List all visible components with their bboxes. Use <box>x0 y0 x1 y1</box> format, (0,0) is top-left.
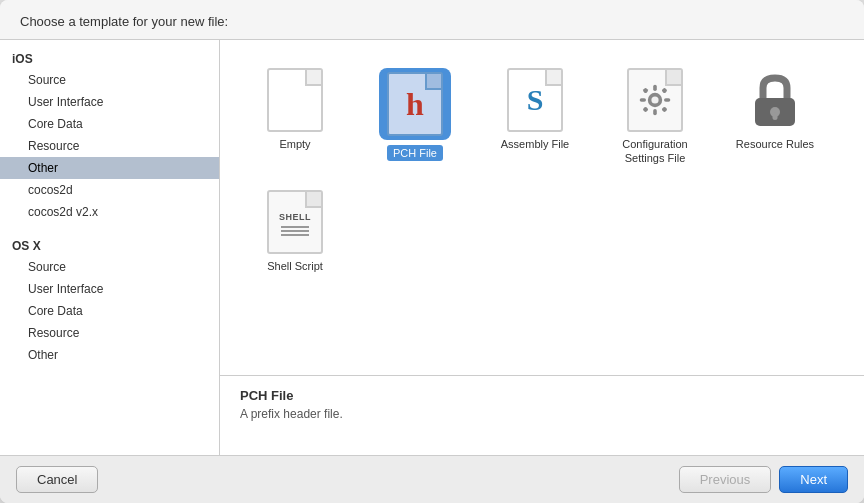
empty-icon <box>263 68 327 132</box>
file-grid: Empty h PCH File S Assembly <box>220 40 864 375</box>
pch-icon: h <box>383 72 447 136</box>
gear-svg <box>637 82 673 118</box>
padlock-svg <box>745 70 805 130</box>
template-config[interactable]: Configuration Settings File <box>600 60 710 172</box>
sidebar-section-ios: iOS <box>0 46 219 69</box>
template-shell-script-label: Shell Script <box>267 259 323 273</box>
sidebar-item-osx-core-data[interactable]: Core Data <box>0 300 219 322</box>
new-file-dialog: Choose a template for your new file: iOS… <box>0 0 864 503</box>
svg-rect-6 <box>642 87 648 93</box>
sidebar-item-osx-source[interactable]: Source <box>0 256 219 278</box>
svg-rect-3 <box>653 109 657 115</box>
svg-rect-7 <box>661 87 667 93</box>
template-config-label: Configuration Settings File <box>606 137 704 166</box>
sidebar-item-ios-cocos2d[interactable]: cocos2d <box>0 179 219 201</box>
dialog-body: iOS Source User Interface Core Data Reso… <box>0 39 864 455</box>
sidebar-item-osx-ui[interactable]: User Interface <box>0 278 219 300</box>
sidebar: iOS Source User Interface Core Data Reso… <box>0 40 220 455</box>
svg-point-1 <box>651 96 658 103</box>
sidebar-item-ios-core-data[interactable]: Core Data <box>0 113 219 135</box>
svg-rect-5 <box>664 98 670 102</box>
description-area: PCH File A prefix header file. <box>220 375 864 455</box>
pch-icon-wrapper: h <box>379 68 451 140</box>
sidebar-item-ios-ui[interactable]: User Interface <box>0 91 219 113</box>
svg-rect-2 <box>653 85 657 91</box>
template-assembly-label: Assembly File <box>501 137 569 151</box>
resource-rules-icon <box>743 68 807 132</box>
svg-rect-4 <box>640 98 646 102</box>
config-icon <box>623 68 687 132</box>
next-button[interactable]: Next <box>779 466 848 493</box>
dialog-footer: Cancel Previous Next <box>0 455 864 503</box>
nav-buttons: Previous Next <box>679 466 848 493</box>
sidebar-item-ios-cocos2d-v2[interactable]: cocos2d v2.x <box>0 201 219 223</box>
sidebar-section-osx: OS X <box>0 233 219 256</box>
description-text: A prefix header file. <box>240 407 844 421</box>
template-shell-script[interactable]: SHELL Shell Script <box>240 182 350 279</box>
shell-script-icon: SHELL <box>263 190 327 254</box>
sidebar-item-osx-other[interactable]: Other <box>0 344 219 366</box>
svg-rect-9 <box>661 106 667 112</box>
sidebar-item-ios-other[interactable]: Other <box>0 157 219 179</box>
template-resource-rules-label: Resource Rules <box>736 137 814 151</box>
template-pch[interactable]: h PCH File <box>360 60 470 172</box>
cancel-button[interactable]: Cancel <box>16 466 98 493</box>
dialog-title: Choose a template for your new file: <box>0 0 864 39</box>
description-title: PCH File <box>240 388 844 403</box>
sidebar-item-ios-source[interactable]: Source <box>0 69 219 91</box>
assembly-icon: S <box>503 68 567 132</box>
svg-rect-12 <box>773 112 778 120</box>
template-pch-label: PCH File <box>387 145 443 161</box>
template-empty[interactable]: Empty <box>240 60 350 172</box>
svg-rect-8 <box>642 106 648 112</box>
main-area: Empty h PCH File S Assembly <box>220 40 864 455</box>
sidebar-item-ios-resource[interactable]: Resource <box>0 135 219 157</box>
template-empty-label: Empty <box>279 137 310 151</box>
template-resource-rules[interactable]: Resource Rules <box>720 60 830 172</box>
sidebar-item-osx-resource[interactable]: Resource <box>0 322 219 344</box>
previous-button[interactable]: Previous <box>679 466 772 493</box>
template-assembly[interactable]: S Assembly File <box>480 60 590 172</box>
